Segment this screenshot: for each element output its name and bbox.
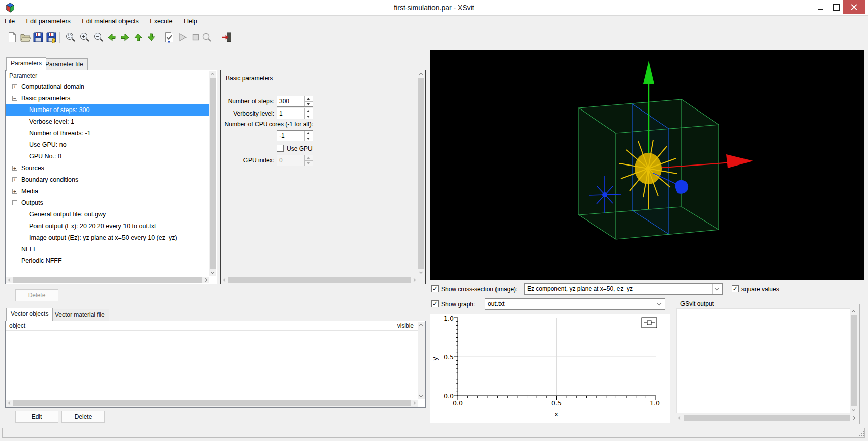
scroll-up-icon[interactable] <box>209 71 216 77</box>
square-values-checkbox[interactable] <box>732 285 739 292</box>
scroll-up-icon[interactable] <box>850 308 857 315</box>
menu-help[interactable]: Help <box>179 16 202 28</box>
chevron-down-icon[interactable] <box>655 299 665 309</box>
scroll-left-icon[interactable] <box>221 277 228 283</box>
verbosity-level-input[interactable] <box>277 108 306 119</box>
menu-edit-parameters[interactable]: Edit parameters <box>22 16 75 28</box>
column-visible[interactable]: visible <box>397 322 414 329</box>
expander-icon[interactable]: + <box>12 177 17 182</box>
tree-item-gpu-no[interactable]: GPU No.: 0 <box>6 151 209 162</box>
form-horizontal-scrollbar[interactable] <box>221 277 418 283</box>
menu-file[interactable]: File <box>0 16 19 28</box>
check-parameters-icon[interactable] <box>163 31 175 43</box>
tab-vector-objects[interactable]: Vector objects <box>6 308 53 321</box>
scroll-right-icon[interactable] <box>851 415 857 421</box>
new-file-icon[interactable] <box>6 31 18 43</box>
column-object[interactable]: object <box>9 322 25 329</box>
expander-icon[interactable]: + <box>12 166 17 171</box>
spin-down-icon[interactable] <box>305 101 313 107</box>
scrollbar-thumb[interactable] <box>851 315 857 406</box>
scroll-right-icon[interactable] <box>411 277 418 283</box>
spin-up-icon[interactable] <box>305 96 313 101</box>
edit-vector-object-button[interactable]: Edit <box>15 411 58 423</box>
scrollbar-thumb[interactable] <box>13 400 411 406</box>
spin-down-icon[interactable] <box>305 136 313 141</box>
quit-icon[interactable] <box>221 31 233 43</box>
form-vertical-scrollbar[interactable] <box>418 71 425 276</box>
close-button[interactable] <box>843 0 865 14</box>
titlebar[interactable]: first-simulation.par - XSvit <box>0 0 868 16</box>
expander-icon[interactable]: + <box>12 189 17 194</box>
tree-item-boundary-conditions[interactable]: +Boundary conditions <box>6 174 209 186</box>
zoom-fit-icon[interactable] <box>65 31 77 43</box>
tree-horizontal-scrollbar[interactable] <box>6 277 209 283</box>
scroll-right-icon[interactable] <box>411 400 418 406</box>
tab-parameters[interactable]: Parameters <box>6 57 46 71</box>
tree-item-computational-domain[interactable]: +Computational domain <box>6 81 209 93</box>
go-next-icon[interactable] <box>119 31 131 43</box>
scroll-left-icon[interactable] <box>676 415 683 421</box>
use-gpu-checkbox[interactable] <box>277 145 284 152</box>
scroll-down-icon[interactable] <box>209 269 216 276</box>
delete-parameter-button[interactable]: Delete <box>15 289 58 301</box>
spin-up-icon[interactable] <box>305 108 313 114</box>
zoom-in-icon[interactable] <box>79 31 91 43</box>
cross-section-combo[interactable]: Ez component, yz plane at x=50, ez_yz <box>524 283 723 295</box>
tree-item-sources[interactable]: +Sources <box>6 162 209 174</box>
show-graph-checkbox[interactable] <box>431 300 439 307</box>
tab-parameter-file[interactable]: Parameter file <box>41 58 88 71</box>
scrollbar-thumb[interactable] <box>13 277 202 283</box>
resize-grip[interactable] <box>859 431 865 437</box>
save-file-icon[interactable] <box>32 31 44 43</box>
save-file-as-icon[interactable] <box>45 31 57 43</box>
scroll-down-icon[interactable] <box>418 393 424 399</box>
scrollbar-thumb[interactable] <box>418 78 424 269</box>
gsvit-output-text[interactable] <box>676 308 851 413</box>
show-cross-section-checkbox[interactable] <box>431 285 439 292</box>
tree-item-image-output[interactable]: Image output (Ez): yz plane at x=50 ever… <box>6 232 209 244</box>
go-previous-icon[interactable] <box>106 31 118 43</box>
go-up-icon[interactable] <box>132 31 144 43</box>
scroll-down-icon[interactable] <box>418 269 424 276</box>
scroll-left-icon[interactable] <box>6 277 13 283</box>
gsvit-vertical-scrollbar[interactable] <box>850 308 857 413</box>
scroll-left-icon[interactable] <box>6 400 13 406</box>
menu-edit-material-objects[interactable]: Edit material objects <box>77 16 143 28</box>
stop-simulation-icon[interactable] <box>190 31 202 43</box>
tree-item-media[interactable]: +Media <box>6 186 209 197</box>
tree-item-nfff[interactable]: NFFF <box>6 244 209 255</box>
maximize-button[interactable] <box>830 0 843 14</box>
number-of-steps-input[interactable] <box>277 96 306 106</box>
scroll-up-icon[interactable] <box>418 71 424 77</box>
3d-scene-view[interactable] <box>430 50 864 280</box>
expander-icon[interactable]: − <box>12 96 17 101</box>
scroll-up-icon[interactable] <box>418 322 424 328</box>
tree-item-number-of-threads[interactable]: Number of threads: -1 <box>6 128 209 139</box>
scrollbar-thumb[interactable] <box>684 415 850 421</box>
open-file-icon[interactable] <box>19 31 31 43</box>
menu-execute[interactable]: Execute <box>145 16 177 28</box>
vector-horizontal-scrollbar[interactable] <box>6 400 418 407</box>
tab-vector-material-file[interactable]: Vector material file <box>50 309 109 321</box>
tree-item-point-output[interactable]: Point output (Ex): 20 20 20 every 10 to … <box>6 220 209 232</box>
go-down-icon[interactable] <box>145 31 157 43</box>
expander-icon[interactable]: − <box>12 200 17 205</box>
run-simulation-icon[interactable] <box>176 31 189 43</box>
scroll-right-icon[interactable] <box>203 277 209 283</box>
graph-file-combo[interactable]: out.txt <box>485 298 665 310</box>
gsvit-horizontal-scrollbar[interactable] <box>676 415 857 422</box>
scrollbar-thumb[interactable] <box>210 78 216 269</box>
tree-item-basic-parameters[interactable]: −Basic parameters <box>6 93 209 104</box>
expander-icon[interactable]: + <box>12 84 17 89</box>
spin-up-icon[interactable] <box>305 131 313 136</box>
watch-progress-icon[interactable] <box>201 31 213 43</box>
cpu-cores-input[interactable] <box>277 131 306 141</box>
zoom-out-icon[interactable] <box>93 31 105 43</box>
tree-vertical-scrollbar[interactable] <box>209 71 216 276</box>
delete-vector-object-button[interactable]: Delete <box>61 411 105 423</box>
tree-item-verbose-level[interactable]: Verbose level: 1 <box>6 116 209 128</box>
spin-down-icon[interactable] <box>305 114 313 119</box>
tree-item-outputs[interactable]: −Outputs <box>6 197 209 209</box>
minimize-button[interactable] <box>811 0 830 14</box>
vector-table-body[interactable] <box>6 331 418 399</box>
